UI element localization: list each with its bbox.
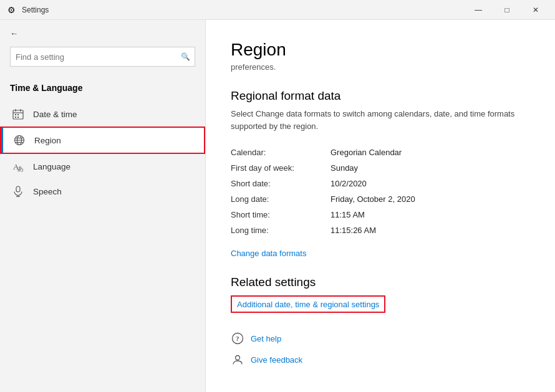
- svg-rect-7: [17, 117, 19, 118]
- first-day-label: First day of week:: [231, 163, 331, 173]
- page-title: Region: [231, 40, 530, 60]
- regional-format-title: Regional format data: [231, 89, 530, 103]
- maximize-button[interactable]: □: [493, 0, 521, 20]
- first-day-value: Sunday: [331, 163, 358, 173]
- back-button[interactable]: ←: [0, 20, 205, 47]
- content-area: Region preferences. Regional format data…: [206, 20, 555, 392]
- svg-rect-5: [17, 114, 19, 115]
- date-time-icon: [12, 108, 24, 120]
- sidebar: ← 🔍 Time & Language D: [0, 20, 206, 392]
- give-feedback-link[interactable]: Give feedback: [231, 353, 530, 366]
- svg-rect-15: [16, 186, 20, 192]
- settings-icon: ⚙: [7, 5, 16, 15]
- long-time-label: Long time:: [231, 226, 331, 235]
- get-help-link[interactable]: ? Get help: [231, 332, 530, 345]
- sidebar-item-speech-label: Speech: [33, 187, 62, 196]
- give-feedback-icon: [231, 353, 244, 366]
- back-arrow-icon: ←: [10, 29, 18, 38]
- close-button[interactable]: ✕: [521, 0, 550, 20]
- title-bar-title: Settings: [22, 6, 49, 14]
- language-icon: A あ: [12, 160, 24, 173]
- svg-rect-6: [15, 117, 16, 118]
- additional-settings-link[interactable]: Additional date, time & regional setting…: [237, 300, 379, 309]
- short-time-label: Short time:: [231, 210, 331, 219]
- title-bar-controls: — □ ✕: [464, 0, 550, 20]
- sidebar-item-date-time[interactable]: Date & time: [0, 102, 205, 127]
- help-links: ? Get help Give feedback: [231, 332, 530, 366]
- svg-rect-4: [15, 114, 16, 115]
- table-row: Short time: 11:15 AM: [231, 207, 530, 222]
- title-bar-left: ⚙ Settings: [7, 5, 49, 15]
- short-date-value: 10/2/2020: [331, 179, 367, 188]
- sidebar-item-date-time-label: Date & time: [33, 110, 77, 119]
- svg-text:?: ?: [236, 335, 239, 342]
- table-row: Long date: Friday, October 2, 2020: [231, 191, 530, 207]
- long-time-value: 11:15:26 AM: [331, 226, 376, 235]
- additional-settings-box: Additional date, time & regional setting…: [231, 295, 385, 313]
- sidebar-item-region-label: Region: [34, 136, 61, 145]
- table-row: First day of week: Sunday: [231, 160, 530, 176]
- long-date-value: Friday, October 2, 2020: [331, 194, 415, 204]
- table-row: Long time: 11:15:26 AM: [231, 222, 530, 238]
- sidebar-section-title: Time & Language: [0, 77, 205, 102]
- change-data-formats-link[interactable]: Change data formats: [231, 249, 306, 258]
- search-input[interactable]: [10, 47, 195, 67]
- svg-point-20: [236, 356, 240, 360]
- title-bar: ⚙ Settings — □ ✕: [0, 0, 555, 20]
- minimize-button[interactable]: —: [464, 0, 493, 20]
- short-date-label: Short date:: [231, 179, 331, 188]
- table-row: Calendar: Gregorian Calendar: [231, 145, 530, 160]
- long-date-label: Long date:: [231, 194, 331, 204]
- speech-icon: [12, 185, 24, 198]
- search-container: 🔍: [10, 47, 195, 67]
- sidebar-item-language-label: Language: [33, 162, 70, 171]
- page-subtitle: preferences.: [231, 62, 530, 72]
- calendar-value: Gregorian Calendar: [331, 148, 402, 157]
- region-icon: [13, 134, 26, 146]
- sidebar-item-language[interactable]: A あ Language: [0, 154, 205, 179]
- table-row: Short date: 10/2/2020: [231, 176, 530, 191]
- svg-text:あ: あ: [17, 165, 24, 172]
- regional-data-table: Calendar: Gregorian Calendar First day o…: [231, 145, 530, 238]
- sidebar-item-region[interactable]: Region: [1, 128, 204, 153]
- related-settings-title: Related settings: [231, 275, 530, 289]
- main-layout: ← 🔍 Time & Language D: [0, 20, 555, 392]
- regional-format-desc: Select Change data formats to switch amo…: [231, 108, 530, 132]
- get-help-label: Get help: [251, 334, 281, 343]
- search-icon: 🔍: [181, 52, 190, 61]
- give-feedback-label: Give feedback: [251, 355, 302, 365]
- calendar-label: Calendar:: [231, 148, 331, 157]
- get-help-icon: ?: [231, 332, 244, 345]
- sidebar-item-speech[interactable]: Speech: [0, 179, 205, 204]
- short-time-value: 11:15 AM: [331, 210, 365, 219]
